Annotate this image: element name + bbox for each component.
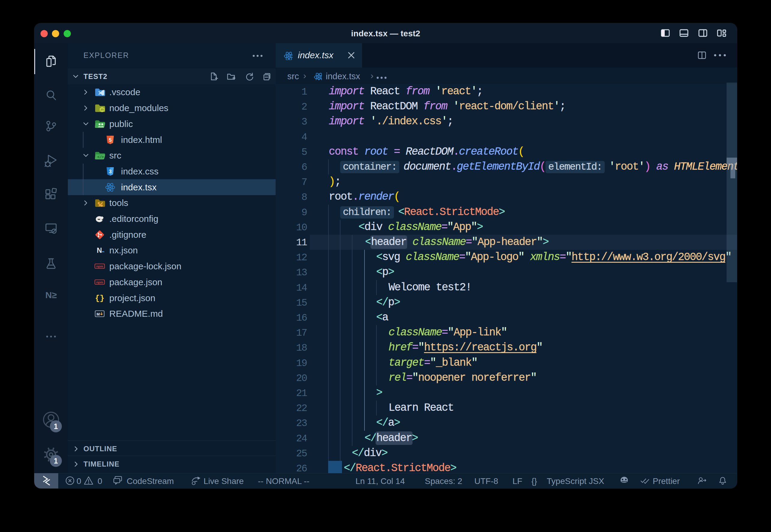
svg-text:JS: JS (100, 108, 104, 111)
svg-text:3: 3 (109, 169, 111, 174)
svg-text:M: M (97, 312, 100, 316)
svg-text:N: N (97, 246, 102, 254)
svg-text:5: 5 (109, 137, 111, 143)
svg-text:</>: </> (97, 155, 104, 159)
svg-text:{}: {} (95, 294, 104, 303)
svg-text:npm: npm (96, 264, 103, 268)
svg-text:npm: npm (96, 280, 103, 284)
